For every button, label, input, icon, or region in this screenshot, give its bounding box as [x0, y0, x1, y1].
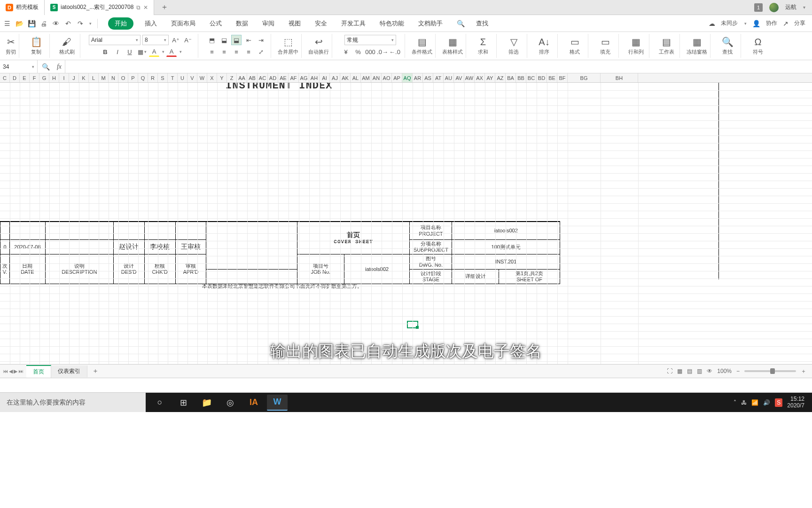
notification-badge[interactable]: 1	[754, 3, 763, 12]
name-box[interactable]: 34▾	[0, 60, 38, 73]
col-header-AK[interactable]: AK	[340, 73, 351, 82]
col-header-AM[interactable]: AM	[361, 73, 371, 82]
menu-dochelp[interactable]: 文档助手	[415, 17, 445, 30]
col-header-AY[interactable]: AY	[485, 73, 495, 82]
col-header-O[interactable]: O	[118, 73, 128, 82]
align-right-icon[interactable]: ≡	[231, 47, 242, 57]
search-icon[interactable]: 🔍	[457, 20, 465, 27]
col-header-AQ[interactable]: AQ	[402, 73, 413, 82]
taskview-icon[interactable]: ⊞	[173, 395, 194, 411]
view-fullscreen-icon[interactable]: ⛶	[667, 368, 672, 374]
col-header-AH[interactable]: AH	[309, 73, 320, 82]
font-color-button[interactable]: A	[166, 47, 177, 57]
share-icon[interactable]: ↗	[783, 20, 789, 27]
cut-button[interactable]: ✂	[6, 36, 16, 48]
decrease-font-icon[interactable]: A⁻	[183, 35, 193, 45]
formula-input[interactable]	[65, 60, 812, 73]
tray-chevron-icon[interactable]: ˄	[734, 399, 736, 406]
fx-icon[interactable]: fx	[54, 63, 65, 71]
col-header-AG[interactable]: AG	[299, 73, 309, 82]
menu-start[interactable]: 开始	[108, 17, 133, 30]
zoom-slider[interactable]	[744, 370, 796, 372]
cond-format-button[interactable]: ▤条件格式	[412, 36, 432, 56]
col-header-AZ[interactable]: AZ	[495, 73, 506, 82]
tray-volume-icon[interactable]: 🔊	[763, 399, 770, 406]
orientation-icon[interactable]: ⤢	[256, 47, 266, 57]
sort-button[interactable]: A↓排序	[534, 37, 554, 56]
col-header-AF[interactable]: AF	[289, 73, 299, 82]
sheet-tab-1[interactable]: 首页	[26, 365, 51, 378]
wps-icon[interactable]: W	[267, 395, 288, 411]
col-header-X[interactable]: X	[207, 73, 217, 82]
menu-view[interactable]: 视图	[286, 17, 304, 30]
align-bottom-icon[interactable]: ⬓	[231, 35, 242, 45]
windows-search-input[interactable]: 在这里输入你要搜索的内容	[0, 393, 146, 412]
col-header-AA[interactable]: AA	[237, 73, 247, 82]
col-header-AX[interactable]: AX	[475, 73, 485, 82]
col-header-AS[interactable]: AS	[423, 73, 433, 82]
print-icon[interactable]: 🖨	[39, 19, 48, 28]
sheet-nav-prev-icon[interactable]: ◀	[9, 368, 13, 374]
number-format-select[interactable]: 常规▾	[344, 35, 396, 45]
view-pagelayout-icon[interactable]: ▤	[687, 368, 692, 374]
tab-add[interactable]: ＋	[154, 0, 175, 15]
sheet-nav-first-icon[interactable]: ⏮	[3, 368, 8, 374]
tray-clock[interactable]: 15:12 2020/7	[787, 396, 804, 408]
view-normal-icon[interactable]: ▦	[677, 368, 682, 374]
col-header-H[interactable]: H	[49, 73, 59, 82]
freeze-button[interactable]: ▦冻结窗格	[687, 36, 707, 56]
sync-status[interactable]: 未同步	[721, 19, 738, 27]
menu-review[interactable]: 审阅	[259, 17, 277, 30]
font-name-select[interactable]: Arial▾	[89, 35, 141, 45]
col-header-BB[interactable]: BB	[516, 73, 526, 82]
col-header-F[interactable]: F	[30, 73, 39, 82]
border-button[interactable]: ▦▾	[137, 47, 147, 57]
explorer-icon[interactable]: 📁	[196, 395, 217, 411]
align-justify-icon[interactable]: ≡	[243, 47, 254, 57]
col-header-AV[interactable]: AV	[454, 73, 464, 82]
currency-icon[interactable]: ¥	[341, 47, 351, 57]
underline-button[interactable]: U	[125, 47, 135, 57]
cortana-icon[interactable]: ○	[149, 395, 170, 411]
merge-button[interactable]: ⬚合并居中	[278, 36, 298, 56]
col-header-R[interactable]: R	[148, 73, 158, 82]
sheet-nav-next-icon[interactable]: ▶	[14, 368, 17, 374]
col-header-AI[interactable]: AI	[320, 73, 330, 82]
avatar[interactable]	[769, 3, 779, 12]
chevron-down-icon[interactable]: ▾	[744, 21, 747, 26]
fill-color-button[interactable]: A	[149, 47, 159, 57]
indent-increase-icon[interactable]: ⇥	[256, 35, 266, 45]
col-header-Q[interactable]: Q	[138, 73, 148, 82]
menu-icon[interactable]: ☰	[3, 19, 11, 28]
zoom-value[interactable]: 100%	[717, 368, 732, 374]
col-header-BD[interactable]: BD	[537, 73, 547, 82]
col-header-AE[interactable]: AE	[278, 73, 289, 82]
col-header-BG[interactable]: BG	[568, 73, 601, 82]
fill-button[interactable]: ▭填充	[595, 36, 616, 56]
col-header-AD[interactable]: AD	[268, 73, 278, 82]
redo-icon[interactable]: ↷	[76, 19, 85, 28]
menu-dev[interactable]: 开发工具	[338, 17, 368, 30]
preview-icon[interactable]: 👁	[52, 19, 60, 28]
col-header-BA[interactable]: BA	[506, 73, 516, 82]
sheet-nav-last-icon[interactable]: ⏭	[18, 368, 23, 374]
save-icon[interactable]: 💾	[27, 19, 36, 28]
menu-security[interactable]: 安全	[312, 17, 330, 30]
col-header-AU[interactable]: AU	[444, 73, 454, 82]
tray-network-icon[interactable]: 🖧	[741, 399, 747, 406]
col-header-U[interactable]: U	[178, 73, 187, 82]
rowcol-button[interactable]: ▦行和列	[625, 36, 646, 56]
col-header-V[interactable]: V	[187, 73, 197, 82]
col-header-D[interactable]: D	[10, 73, 20, 82]
col-header-L[interactable]: L	[89, 73, 99, 82]
sheet-tab-2[interactable]: 仪表索引	[51, 365, 87, 377]
open-icon[interactable]: 📂	[15, 19, 23, 28]
col-header-W[interactable]: W	[197, 73, 207, 82]
close-icon[interactable]: ✕	[143, 4, 148, 11]
decimal-dec-icon[interactable]: ←.0	[390, 47, 400, 57]
col-header-AP[interactable]: AP	[392, 73, 402, 82]
tray-wifi-icon[interactable]: 📶	[751, 399, 758, 406]
col-header-AN[interactable]: AN	[371, 73, 382, 82]
align-middle-icon[interactable]: ⬓	[219, 35, 229, 45]
zoom-in-button[interactable]: ＋	[801, 367, 806, 375]
